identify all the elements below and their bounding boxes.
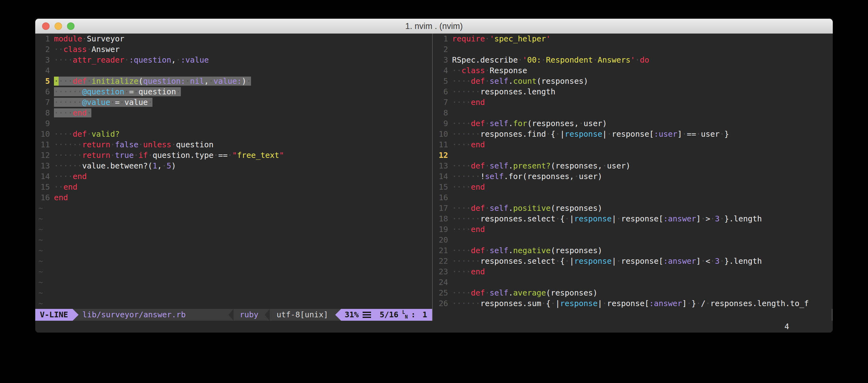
code-line: 8····end·: [35, 108, 432, 118]
space-dot: ·: [138, 140, 143, 149]
space-dot: ·: [171, 140, 176, 149]
code-line: 4: [35, 65, 432, 76]
colon-separator: :: [411, 309, 415, 321]
line-number: 9: [433, 118, 452, 129]
code-line: 7····end: [433, 97, 833, 108]
visual-selection: ······@question·=·question·: [54, 87, 181, 96]
line-text: ····def·self.negative(responses): [452, 246, 602, 255]
empty-line: ~: [35, 277, 432, 288]
space-dot: ·: [457, 119, 461, 128]
titlebar[interactable]: 1. nvim . (nvim): [35, 19, 833, 34]
space-dot: ·: [696, 130, 701, 139]
space-dot: ·: [518, 56, 523, 65]
space-dot: ·: [59, 87, 63, 96]
space-dot: ·: [63, 140, 68, 149]
space-dot: ·: [461, 204, 466, 213]
editor-pane-right[interactable]: 1require·'spec_helper'23RSpec.describe·'…: [433, 34, 833, 321]
space-dot: ·: [59, 182, 63, 192]
code-line: 10····def·valid?: [35, 129, 432, 139]
code-line: 16end: [35, 193, 432, 203]
line-number: 19: [433, 224, 452, 235]
space-dot: ·: [63, 151, 68, 160]
line-text: ····def·self.present?(responses,·user): [452, 161, 630, 170]
space-dot: ·: [466, 182, 471, 192]
space-dot: ·: [134, 87, 138, 96]
space-dot: ·: [162, 161, 166, 170]
empty-line: ~: [35, 235, 432, 245]
space-dot: ·: [54, 151, 59, 160]
line-text: ······value.between?(1,·5): [54, 161, 176, 170]
code-line: 26······responses.sum·{·|response|·respo…: [433, 298, 833, 309]
position-section: 31% 5/16 LN : 1: [341, 309, 432, 321]
tilde-marker: ~: [35, 235, 54, 245]
space-dot: ·: [461, 214, 466, 223]
window-title: 1. nvim . (nvim): [35, 19, 833, 34]
code-line: 20: [433, 235, 833, 245]
line-text: ······return·false·unless·question: [54, 140, 214, 149]
space-dot: ·: [574, 172, 579, 181]
line-number: 14: [35, 171, 54, 182]
line-number: 10: [433, 129, 452, 139]
file-path: lib/surveyor/answer.rb: [79, 309, 186, 321]
line-text: require·'spec_helper': [452, 34, 551, 43]
space-dot: ·: [457, 66, 461, 75]
space-dot: ·: [68, 56, 73, 65]
code-line: 1require·'spec_helper': [433, 34, 833, 44]
space-dot: ·: [687, 299, 691, 308]
space-dot: ·: [73, 98, 77, 107]
space-dot: ·: [452, 140, 457, 149]
line-number: 17: [433, 203, 452, 214]
space-dot: ·: [452, 77, 457, 85]
space-dot: ·: [466, 119, 471, 128]
line-text: ··class·Response: [452, 66, 527, 75]
space-dot: ·: [73, 161, 77, 170]
statusline-right: spec/00_respondents_answers_spec.rb[+] r…: [832, 309, 833, 321]
buffer-left[interactable]: 1module·Surveyor2··class·Answer3····attr…: [35, 34, 432, 309]
space-dot: ·: [63, 108, 68, 117]
line-text: ····end: [452, 140, 485, 149]
line-text: ····def·valid?: [54, 130, 120, 139]
line-text: ······@question·=·question·: [54, 87, 181, 96]
space-dot: ·: [59, 108, 63, 117]
line-number: 3: [433, 55, 452, 65]
space-dot: ·: [59, 172, 63, 181]
editor-pane-left[interactable]: 1module·Surveyor2··class·Answer3····attr…: [35, 34, 432, 321]
space-dot: ·: [452, 87, 457, 96]
space-dot: ·: [485, 288, 490, 298]
space-dot: ·: [706, 299, 710, 308]
space-dot: ·: [54, 161, 59, 170]
space-dot: ·: [475, 130, 480, 139]
code-line: 22······responses.select·{·|response|·re…: [433, 256, 833, 267]
space-dot: ·: [485, 77, 490, 85]
space-dot: ·: [457, 267, 461, 276]
code-line: 16: [433, 193, 833, 203]
space-dot: ·: [111, 98, 115, 107]
space-dot: ·: [565, 214, 569, 223]
space-dot: ·: [452, 119, 457, 128]
visual-selection: ····end·: [54, 108, 91, 117]
buffer-right[interactable]: 1require·'spec_helper'23RSpec.describe·'…: [433, 34, 833, 309]
tilde-marker: ~: [35, 298, 54, 309]
line-number: 1: [35, 34, 54, 44]
code-line: 14····end: [35, 171, 432, 182]
space-dot: ·: [461, 161, 466, 170]
space-dot: ·: [461, 225, 466, 234]
space-dot: ·: [452, 214, 457, 223]
tilde-marker: ~: [35, 203, 54, 214]
space-dot: ·: [475, 87, 480, 96]
space-dot: ·: [466, 98, 471, 107]
space-dot: ·: [77, 98, 82, 107]
line-number-icon: LN: [402, 310, 408, 320]
space-dot: ·: [452, 256, 457, 266]
empty-line: ~: [35, 214, 432, 224]
space-dot: ·: [452, 225, 457, 234]
line-number: 25: [433, 288, 452, 298]
space-dot: ·: [68, 161, 73, 170]
line-number: 8: [433, 108, 452, 118]
line-text: ······responses.sum·{·|response|·respons…: [452, 299, 809, 308]
space-dot: ·: [466, 267, 471, 276]
space-dot: ·: [452, 130, 457, 139]
space-dot: ·: [466, 77, 471, 85]
line-number: 26: [433, 298, 452, 309]
space-dot: ·: [461, 246, 466, 255]
